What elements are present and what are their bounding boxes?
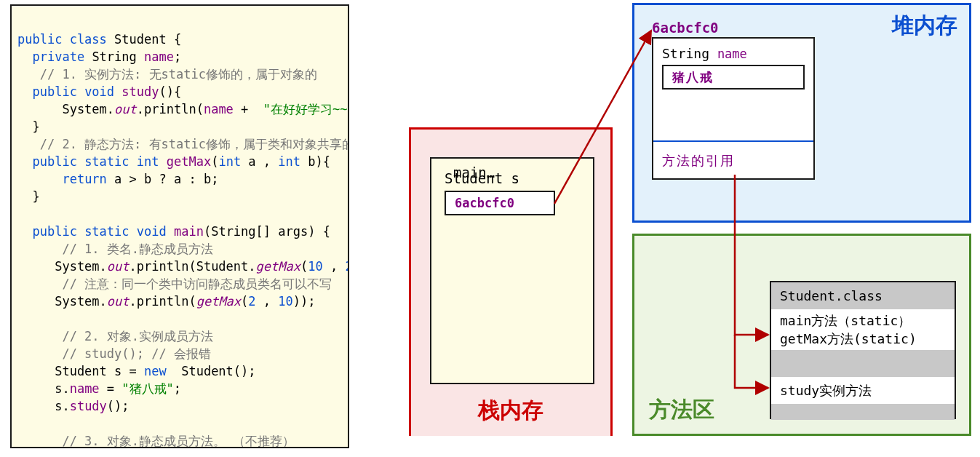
method-area-title: 方法区 [649,395,714,425]
class-box: Student.class main方法（static） getMax方法(st… [770,281,956,419]
heap-object-address: 6acbcfc0 [652,20,719,36]
heap-title: 堆内存 [892,11,957,41]
heap-object-box: String name 猪八戒 方法的引用 [652,37,815,180]
heap-memory-panel: 堆内存 6acbcfc0 String name 猪八戒 方法的引用 [632,3,971,223]
stack-var-label: Student s [445,170,519,186]
class-name-row: Student.class [771,282,955,309]
heap-method-ref: 方法的引用 [662,152,735,170]
spacer-row [771,350,955,377]
code-panel: public class Student { private String na… [10,4,349,448]
heap-field-value: 猪八戒 [662,65,805,90]
instance-method-row: study实例方法 [771,377,955,404]
static-methods-row: main方法（static） getMax方法(static) [771,309,955,350]
stack-title: 栈内存 [411,396,610,426]
stack-memory-panel: 栈内存 main… Student s 6acbcfc0 [409,127,613,436]
heap-divider [653,140,813,142]
heap-field-label: String name [662,46,747,61]
method-area-panel: 方法区 Student.class main方法（static） getMax方… [632,234,971,436]
footer-row [771,404,955,420]
stack-var-value: 6acbcfc0 [445,191,555,215]
